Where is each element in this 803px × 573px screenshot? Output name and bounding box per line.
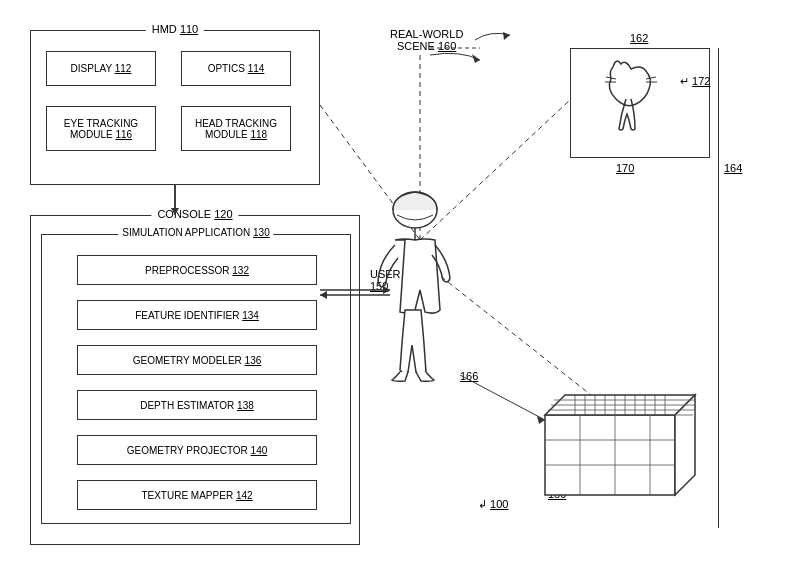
frame-162-label: 162 <box>630 32 648 44</box>
svg-marker-10 <box>472 54 480 63</box>
svg-line-8 <box>420 100 570 240</box>
frame-content <box>571 49 709 157</box>
display-frame <box>570 48 710 158</box>
user-label: USER150 <box>370 268 401 292</box>
label-170: 170 <box>616 162 634 174</box>
sim-app-box: SIMULATION APPLICATION 130 PREPROCESSOR … <box>41 234 351 524</box>
console-label: CONSOLE 120 <box>151 208 238 220</box>
optics-box: OPTICS 114 <box>181 51 291 86</box>
label-182: 182 <box>672 393 690 405</box>
svg-point-12 <box>393 192 437 228</box>
head-tracking-box: HEAD TRACKINGMODULE 118 <box>181 106 291 151</box>
display-box: DISPLAY 112 <box>46 51 156 86</box>
svg-rect-14 <box>545 415 675 495</box>
sim-app-label: SIMULATION APPLICATION 130 <box>118 227 273 238</box>
diagram-container: HMD 110 DISPLAY 112 OPTICS 114 EYE TRACK… <box>0 0 803 573</box>
geometry-projector-box: GEOMETRY PROJECTOR 140 <box>77 435 317 465</box>
geometry-modeler-box: GEOMETRY MODELER 136 <box>77 345 317 375</box>
head-tracking-label: HEAD TRACKINGMODULE 118 <box>195 118 277 140</box>
scene-label: REAL-WORLDSCENE 160 <box>390 28 463 52</box>
preprocessor-box: PREPROCESSOR 132 <box>77 255 317 285</box>
depth-estimator-box: DEPTH ESTIMATOR 138 <box>77 390 317 420</box>
wall-line <box>718 48 719 528</box>
feature-identifier-box: FEATURE IDENTIFIER 134 <box>77 300 317 330</box>
label-100: ↲ 100 <box>478 498 508 511</box>
texture-mapper-box: TEXTURE MAPPER 142 <box>77 480 317 510</box>
hmd-label: HMD 110 <box>146 23 204 35</box>
svg-line-9 <box>420 260 610 410</box>
label-180: 180 <box>548 488 566 500</box>
eye-tracking-label: EYE TRACKINGMODULE 116 <box>64 118 138 140</box>
optics-label: OPTICS 114 <box>208 63 265 74</box>
label-164: 164 <box>724 162 742 174</box>
svg-marker-39 <box>503 32 510 40</box>
hmd-box: HMD 110 DISPLAY 112 OPTICS 114 EYE TRACK… <box>30 30 320 185</box>
svg-marker-41 <box>537 416 545 424</box>
label-172: ↵ 172 <box>680 75 710 88</box>
display-label: DISPLAY 112 <box>71 63 132 74</box>
console-box: CONSOLE 120 SIMULATION APPLICATION 130 P… <box>30 215 360 545</box>
svg-line-2 <box>646 77 656 79</box>
eye-tracking-box: EYE TRACKINGMODULE 116 <box>46 106 156 151</box>
label-166: 166 <box>460 370 478 382</box>
